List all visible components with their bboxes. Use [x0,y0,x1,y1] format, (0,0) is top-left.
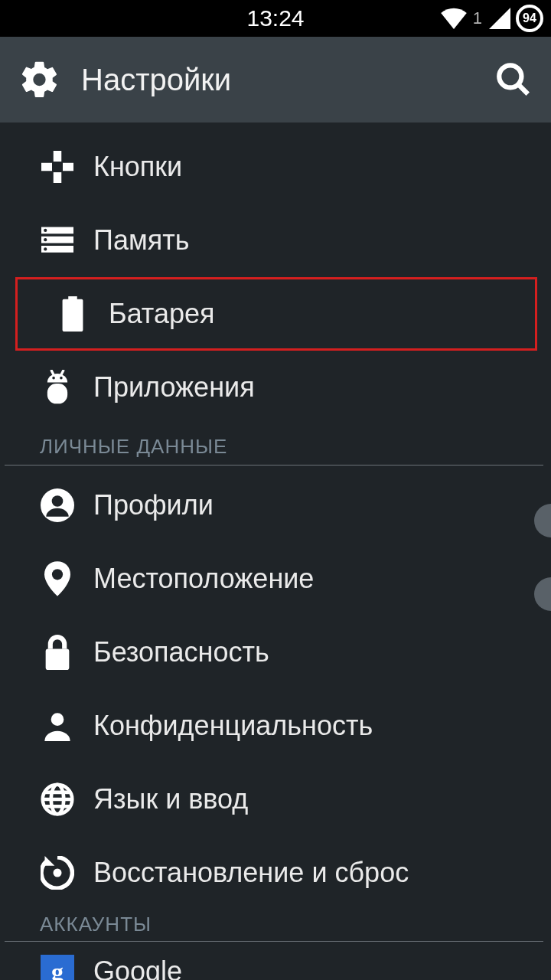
svg-rect-22 [46,648,70,670]
svg-point-11 [44,247,47,250]
person-icon [38,710,77,741]
item-label: Батарея [109,298,215,330]
location-icon [38,561,77,596]
svg-line-1 [518,84,528,94]
svg-point-0 [499,65,521,87]
globe-icon [38,782,77,816]
svg-point-9 [44,229,47,232]
wifi-icon [441,8,467,29]
status-right: 1 94 [441,5,543,32]
item-privacy[interactable]: Конфиденциальность [0,689,551,763]
item-language[interactable]: Язык и ввод [0,763,551,836]
item-label: Память [93,224,189,256]
item-label: Приложения [93,371,255,403]
svg-point-16 [52,377,55,380]
battery-icon [54,296,92,332]
svg-rect-2 [54,151,62,162]
item-label: Google [93,956,182,980]
section-personal: ЛИЧНЫЕ ДАННЫЕ [5,424,543,466]
gear-icon [18,58,61,101]
section-accounts: АККАУНТЫ [5,910,543,942]
svg-rect-4 [41,163,52,172]
item-label: Кнопки [93,151,182,183]
item-backup[interactable]: Восстановление и сброс [0,836,551,910]
storage-icon [38,227,77,254]
item-battery[interactable]: Батарея [15,277,537,351]
lock-icon [38,635,77,670]
item-label: Безопасность [93,636,269,668]
google-icon: g [38,955,77,980]
app-bar: Настройки [0,37,551,122]
dpad-icon [38,151,77,183]
svg-rect-18 [47,384,67,403]
item-security[interactable]: Безопасность [0,616,551,689]
svg-line-15 [61,370,64,375]
item-apps[interactable]: Приложения [0,351,551,424]
svg-point-21 [52,569,63,580]
search-button[interactable] [494,60,533,99]
status-time: 13:24 [246,5,304,31]
svg-rect-3 [54,172,62,183]
item-label: Местоположение [93,563,314,595]
svg-rect-5 [63,163,73,172]
svg-point-20 [52,495,64,507]
restore-icon [38,856,77,890]
status-bar: 13:24 1 94 [0,0,551,37]
svg-point-10 [44,238,47,241]
svg-rect-13 [63,299,83,332]
item-label: Язык и ввод [93,783,248,815]
item-location[interactable]: Местоположение [0,542,551,616]
account-circle-icon [38,488,77,522]
svg-point-29 [54,869,62,877]
page-title: Настройки [81,63,231,97]
signal-icon [488,8,511,29]
item-memory[interactable]: Память [0,204,551,277]
item-google[interactable]: g Google [0,945,551,980]
svg-point-23 [51,713,64,726]
item-label: Профили [93,489,214,521]
item-label: Конфиденциальность [93,710,373,742]
svg-line-14 [51,370,54,375]
item-buttons[interactable]: Кнопки [0,130,551,204]
settings-list: Кнопки Память Батарея Приложения ЛИ [0,122,551,980]
battery-badge-icon: 94 [516,5,543,32]
android-icon [38,370,77,405]
sim-indicator: 1 [473,8,482,28]
item-label: Восстановление и сброс [93,857,409,889]
item-profiles[interactable]: Профили [0,469,551,542]
svg-point-17 [60,377,63,380]
